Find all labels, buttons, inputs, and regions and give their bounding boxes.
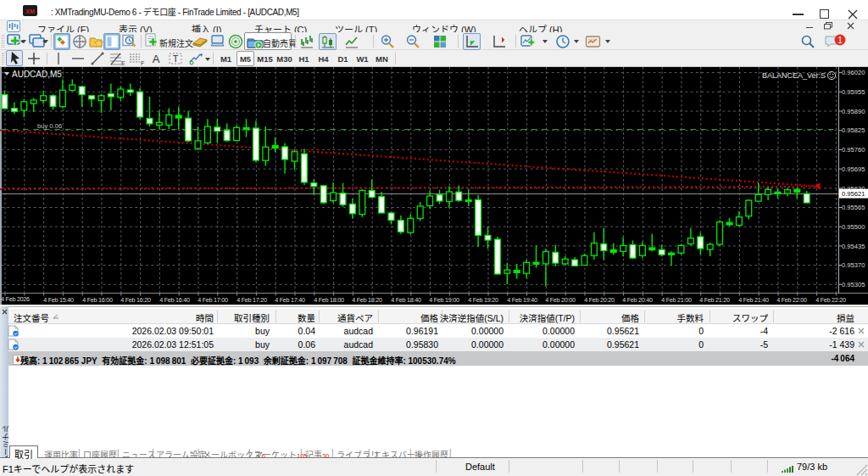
svg-text:4 Feb 19:20: 4 Feb 19:20: [468, 296, 498, 304]
svg-text:4 Feb 21:20: 4 Feb 21:20: [699, 296, 730, 304]
svg-text:F: F: [141, 60, 144, 66]
svg-text:4 Feb 22:20: 4 Feb 22:20: [815, 296, 846, 304]
svg-text:0.95370: 0.95370: [842, 261, 865, 269]
svg-text:0.95825: 0.95825: [842, 126, 865, 134]
svg-text:0.95500: 0.95500: [842, 223, 865, 231]
svg-text:4 Feb 19:40: 4 Feb 19:40: [507, 296, 537, 304]
svg-text:buy 0.06: buy 0.06: [37, 122, 62, 130]
svg-text:BALANCEA_Ver:S: BALANCEA_Ver:S: [762, 71, 826, 80]
svg-text:0.95695: 0.95695: [842, 165, 865, 173]
svg-text:4 Feb 18:20: 4 Feb 18:20: [352, 296, 382, 304]
svg-text:0.95760: 0.95760: [842, 146, 865, 154]
svg-text:0.95305: 0.95305: [842, 281, 865, 288]
svg-text:4 Feb 20:00: 4 Feb 20:00: [545, 296, 576, 304]
svg-text:4 Feb 17:40: 4 Feb 17:40: [275, 296, 305, 304]
svg-text:E: E: [121, 60, 125, 66]
svg-text:4 Feb 18:00: 4 Feb 18:00: [314, 296, 344, 304]
svg-text:4 Feb 19:00: 4 Feb 19:00: [429, 296, 459, 304]
svg-text:4 Feb 16:20: 4 Feb 16:20: [120, 296, 151, 304]
svg-text:1: 1: [837, 36, 843, 45]
svg-text:A: A: [153, 53, 160, 65]
svg-text:4 Feb 2026: 4 Feb 2026: [1, 295, 30, 303]
svg-text:4 Feb 18:40: 4 Feb 18:40: [391, 296, 421, 304]
svg-text:4 Feb 21:40: 4 Feb 21:40: [738, 296, 769, 304]
svg-text:T: T: [173, 53, 179, 64]
svg-text:0.95890: 0.95890: [842, 108, 865, 115]
svg-text:AUDCAD,M5: AUDCAD,M5: [12, 70, 62, 79]
svg-text:XM: XM: [25, 8, 35, 14]
svg-text:4 Feb 16:00: 4 Feb 16:00: [82, 296, 113, 304]
svg-text:4 Feb 20:20: 4 Feb 20:20: [584, 296, 615, 304]
svg-text:4 Feb 16:40: 4 Feb 16:40: [159, 296, 190, 304]
svg-text:0.95955: 0.95955: [842, 88, 865, 96]
svg-text:0.95565: 0.95565: [842, 204, 865, 211]
svg-text:4 Feb 17:00: 4 Feb 17:00: [198, 296, 228, 304]
svg-text:0.96020: 0.96020: [842, 69, 865, 76]
svg-text:4 Feb 22:00: 4 Feb 22:00: [776, 296, 807, 304]
svg-text:4 Feb 21:00: 4 Feb 21:00: [661, 296, 692, 304]
svg-text:4 Feb 15:40: 4 Feb 15:40: [43, 296, 74, 304]
svg-text:0.95435: 0.95435: [842, 243, 865, 250]
svg-text:4 Feb 17:20: 4 Feb 17:20: [236, 296, 267, 304]
svg-text:4 Feb 20:40: 4 Feb 20:40: [622, 296, 653, 304]
svg-text:0.95621: 0.95621: [842, 190, 865, 198]
